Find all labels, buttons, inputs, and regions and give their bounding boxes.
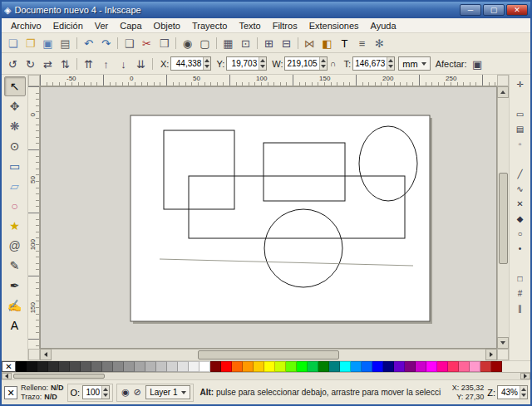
snap-midpoint-toggle[interactable]: • [512,241,529,256]
palette-swatch[interactable] [135,361,145,372]
palette-swatch[interactable] [37,361,48,372]
selector-tool[interactable]: ↖ [4,76,26,96]
preferences-icon[interactable]: ✻ [371,35,388,51]
snap-smooth-node-toggle[interactable]: ○ [512,226,529,241]
menu-filtros[interactable]: Filtros [267,20,303,32]
palette-swatch[interactable] [394,361,405,372]
height-entry[interactable]: 146,673 [352,56,395,71]
spin-up-icon[interactable] [388,59,393,62]
zoom-page-icon[interactable]: ▢ [196,35,214,51]
calligraphy-tool[interactable]: ✍ [4,296,26,316]
scroll-left-icon[interactable] [40,349,52,360]
drawing-svg[interactable] [41,87,497,349]
palette-swatch[interactable] [480,361,491,372]
palette-swatch[interactable] [491,361,502,372]
palette-swatch[interactable] [329,361,340,372]
palette-scrollbar[interactable] [2,372,530,379]
palette-swatch[interactable] [362,361,372,372]
palette-swatch[interactable] [243,361,254,372]
palette-swatch[interactable] [426,361,437,372]
width-value[interactable]: 219,105 [285,57,318,70]
canvas-viewport[interactable] [40,86,497,349]
snap-intersection-toggle[interactable]: ✕ [512,196,529,211]
duplicate-icon[interactable]: ▦ [219,35,237,51]
snap-node-toggle[interactable]: ╱ [512,166,529,181]
snap-master-toggle[interactable]: ✛ [512,76,529,91]
vertical-ruler[interactable]: 050100150 [28,86,40,349]
snap-grid-toggle[interactable]: # [512,286,529,301]
menu-ver[interactable]: Ver [89,20,115,32]
width-spinner[interactable] [319,57,327,70]
node-tool[interactable]: ✥ [4,96,26,116]
palette-swatch[interactable] [264,361,275,372]
affect-transform-icon[interactable]: ▣ [469,56,486,72]
fill-stroke-swatch[interactable]: ✕ [4,386,17,399]
menu-archivo[interactable]: Archivo [5,20,47,32]
tweak-tool[interactable]: ❋ [4,116,26,136]
rectangle-tool[interactable]: ▭ [4,156,26,176]
menu-extensiones[interactable]: Extensiones [303,20,365,32]
palette-swatch[interactable] [351,361,362,372]
palette-swatch[interactable] [286,361,297,372]
x-entry[interactable]: 44,338 [170,56,211,71]
width-entry[interactable]: 219,105 [284,56,327,71]
opacity-spinner[interactable] [101,386,109,399]
palette-swatch[interactable] [372,361,383,372]
raise-icon[interactable]: ↑ [97,56,115,72]
unit-dropdown[interactable]: mm [398,56,430,71]
spin-up-icon[interactable] [103,388,108,391]
palette-swatch[interactable] [232,361,243,372]
palette-swatch[interactable] [81,361,91,372]
fill-stroke-dialog-icon[interactable]: ◧ [318,35,336,51]
close-button[interactable]: ✕ [506,4,528,16]
no-color-swatch[interactable]: ✕ [2,361,16,372]
scroll-right-icon[interactable] [485,349,497,360]
flip-horizontal-icon[interactable]: ⇄ [39,56,57,72]
palette-swatch[interactable] [91,361,102,372]
menu-trayecto[interactable]: Trayecto [186,20,233,32]
horizontal-scroll-thumb[interactable] [198,350,339,360]
spin-down-icon[interactable] [521,394,526,397]
star-tool[interactable]: ★ [4,216,26,236]
rotate-cw-icon[interactable]: ↻ [22,56,39,72]
clone-icon[interactable]: ⊡ [237,35,254,51]
y-spinner[interactable] [259,57,266,70]
palette-swatch[interactable] [275,361,286,372]
palette-swatch[interactable] [27,361,37,372]
paste-icon[interactable]: ❒ [155,35,173,51]
palette-swatch[interactable] [167,361,178,372]
scroll-up-icon[interactable] [497,86,509,98]
menu-ayuda[interactable]: Ayuda [365,20,402,32]
zoom-entry[interactable]: 43% [497,385,528,399]
palette-swatch[interactable] [200,361,210,372]
menu-capa[interactable]: Capa [114,20,147,32]
palette-swatch[interactable] [16,361,27,372]
print-icon[interactable]: ▤ [57,35,74,51]
palette-swatch[interactable] [156,361,167,372]
open-document-icon[interactable]: ❐ [22,35,39,51]
palette-scroll-right-icon[interactable] [520,373,530,379]
palette-swatch[interactable] [48,361,59,372]
spin-down-icon[interactable] [103,394,108,397]
text-tool[interactable]: A [4,316,26,335]
lower-to-bottom-icon[interactable]: ⇊ [132,56,150,72]
snap-page-border-toggle[interactable]: □ [512,271,529,286]
palette-swatch[interactable] [416,361,426,372]
x-value[interactable]: 44,338 [171,57,203,70]
palette-swatch[interactable] [178,361,189,372]
palette-swatch[interactable] [59,361,70,372]
menu-texto[interactable]: Texto [233,20,266,32]
spiral-tool[interactable]: @ [4,236,26,256]
palette-scroll-left-icon[interactable] [2,373,12,379]
minimize-button[interactable]: ─ [460,4,481,16]
snap-cusp-node-toggle[interactable]: ◆ [512,211,529,226]
palette-swatch[interactable] [308,361,318,372]
palette-swatch[interactable] [448,361,459,372]
opacity-entry[interactable]: 100 [82,385,110,399]
spin-up-icon[interactable] [521,388,526,391]
snap-bbox-edge-toggle[interactable]: ▤ [512,121,529,136]
align-dialog-icon[interactable]: ≡ [353,35,371,51]
palette-swatch[interactable] [470,361,480,372]
layer-selector[interactable]: Layer 1 [145,385,190,399]
vertical-scroll-thumb[interactable] [499,173,508,264]
